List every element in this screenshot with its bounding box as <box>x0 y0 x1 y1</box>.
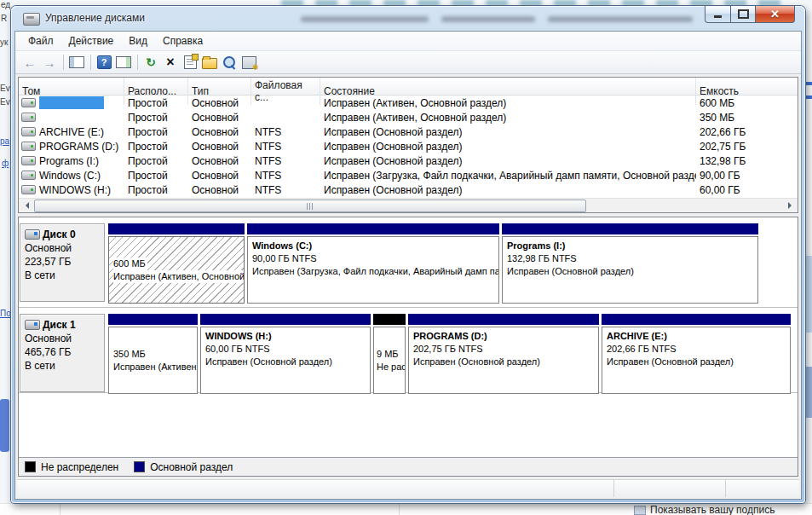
menu-item-view[interactable]: Вид <box>121 33 155 49</box>
partition-body[interactable]: ARCHIVE (E:) 202,66 ГБ NTFS Исправен (Ос… <box>602 327 791 394</box>
volume-icon <box>21 113 36 122</box>
volume-fs: NTFS <box>251 141 320 153</box>
volume-icon <box>21 127 36 136</box>
partition-status: Исправен (Активен, Основной раздел) <box>113 361 198 373</box>
volume-status: Исправен (Основной раздел) <box>320 141 696 153</box>
menu-item-action[interactable]: Действие <box>61 33 122 49</box>
partition-body[interactable]: PROGRAMS (D:) 202,75 ГБ NTFS Исправен (О… <box>408 327 599 394</box>
partition-body-selected[interactable]: 600 МБ Исправен (Активен, Основной разде… <box>108 236 245 304</box>
disks-area: Диск 0 Основной 223,57 ГБ В сети 600 МБ <box>19 217 798 457</box>
primary-partition-strip <box>602 314 791 325</box>
properties-button[interactable] <box>181 54 199 72</box>
partition-system-350mb[interactable]: 350 МБ Исправен (Активен, Основной разде… <box>108 314 198 394</box>
legend-item-unallocated: Не распределен <box>25 461 118 473</box>
toolbar-separator <box>90 55 91 70</box>
partition-system-600mb[interactable]: 600 МБ Исправен (Активен, Основной разде… <box>108 223 245 304</box>
horizontal-scrollbar[interactable] <box>19 198 798 212</box>
table-row[interactable]: ARCHIVE (E:) Простой Основной NTFS Испра… <box>19 124 798 139</box>
scrollbar-thumb[interactable] <box>34 200 586 212</box>
open-button[interactable] <box>200 54 219 72</box>
background-fragment <box>806 82 812 85</box>
partition-status: Исправен (Основной раздел) <box>607 356 786 368</box>
unallocated-strip <box>373 314 406 325</box>
primary-partition-strip <box>108 314 198 325</box>
partition-body[interactable]: 9 МБ Не распределен <box>373 327 406 394</box>
partition-name: Programs (I:) <box>507 240 753 252</box>
window-client-area: Файл Действие Вид Справка ← → ? ↻ × <box>14 31 802 500</box>
status-bar-main <box>17 480 613 497</box>
delete-button[interactable]: × <box>161 54 180 72</box>
volume-status: Исправен (Загрузка, Файл подкачки, Авари… <box>320 170 696 182</box>
volume-icon <box>21 156 36 165</box>
disk-icon <box>25 229 40 240</box>
partition-body[interactable]: WINDOWS (H:) 60,00 ГБ NTFS Исправен (Осн… <box>200 327 371 394</box>
table-row[interactable]: Простой Основной Исправен (Активен, Осно… <box>19 95 798 110</box>
volume-capacity: 60,00 ГБ <box>696 184 798 196</box>
table-row[interactable]: Windows (C:) Простой Основной NTFS Испра… <box>19 168 798 182</box>
titlebar[interactable]: Управление дисками ✕ <box>11 6 805 31</box>
console-tree-button[interactable] <box>67 54 86 72</box>
titlebar-glass-blur <box>441 16 535 22</box>
menu-item-help[interactable]: Справка <box>155 33 210 49</box>
table-row[interactable]: Простой Основной Исправен (Активен, Осно… <box>19 110 798 124</box>
volume-fs: NTFS <box>251 155 320 167</box>
close-button[interactable]: ✕ <box>756 6 795 23</box>
primary-partition-strip <box>108 223 245 234</box>
volume-type: Основной <box>188 184 251 196</box>
table-row[interactable]: PROGRAMS (D:) Простой Основной NTFS Испр… <box>19 139 798 153</box>
partition-size: 202,66 ГБ NTFS <box>607 343 786 356</box>
volume-type: Основной <box>188 97 251 109</box>
menubar: Файл Действие Вид Справка <box>15 32 801 51</box>
wizard-button[interactable] <box>239 54 258 72</box>
action-pane-button[interactable] <box>114 54 133 72</box>
forward-icon: → <box>43 55 56 70</box>
help-button[interactable]: ? <box>95 54 113 72</box>
partition-status: Исправен (Активен, Основной раздел) <box>113 270 245 283</box>
forward-button[interactable]: → <box>40 54 59 72</box>
background-blurred-text <box>281 0 792 6</box>
disk-1-partitions: 350 МБ Исправен (Активен, Основной разде… <box>108 314 798 392</box>
volume-capacity: 350 МБ <box>696 112 798 124</box>
partition-archive-e[interactable]: ARCHIVE (E:) 202,66 ГБ NTFS Исправен (Ос… <box>602 314 791 394</box>
background-divider <box>60 503 60 515</box>
table-row[interactable]: Programs (I:) Простой Основной NTFS Испр… <box>19 153 798 168</box>
disk-0-partitions: 600 МБ Исправен (Активен, Основной разде… <box>108 223 798 307</box>
disk-type: Основной <box>25 332 102 345</box>
partition-body[interactable]: Windows (C:) 90,00 ГБ NTFS Исправен (Заг… <box>247 236 499 304</box>
background-envelope-icon <box>634 506 646 515</box>
delete-icon: × <box>166 55 174 69</box>
minimize-button[interactable] <box>705 6 731 23</box>
disk-size: 465,76 ГБ <box>25 345 102 359</box>
scroll-left-button[interactable] <box>20 200 32 211</box>
primary-partition-strip <box>200 314 371 325</box>
partition-windows-h[interactable]: WINDOWS (H:) 60,00 ГБ NTFS Исправен (Осн… <box>200 314 371 394</box>
disk-1-info-panel[interactable]: Диск 1 Основной 465,76 ГБ В сети <box>20 314 105 392</box>
volume-status: Исправен (Основной раздел) <box>320 126 696 138</box>
menu-item-file[interactable]: Файл <box>20 33 61 49</box>
table-row[interactable]: WINDOWS (H:) Простой Основной NTFS Испра… <box>19 182 798 197</box>
refresh-button[interactable]: ↻ <box>141 54 160 72</box>
background-link-fragment: По <box>0 309 11 318</box>
background-fragment <box>806 367 812 418</box>
primary-partition-color-swatch <box>134 461 145 472</box>
partition-size: 90,00 ГБ NTFS <box>252 252 494 265</box>
partition-size: 9 МБ <box>377 348 399 361</box>
maximize-button[interactable] <box>731 6 756 23</box>
partition-programs-i[interactable]: Programs (I:) 132,98 ГБ NTFS Исправен (О… <box>502 223 758 304</box>
partition-size: 60,00 ГБ NTFS <box>205 343 366 356</box>
partition-name: ARCHIVE (E:) <box>607 330 786 343</box>
back-button[interactable]: ← <box>20 54 39 72</box>
partition-unallocated-9mb[interactable]: 9 МБ Не распределен <box>373 314 406 394</box>
partition-body[interactable]: 350 МБ Исправен (Активен, Основной разде… <box>108 327 198 394</box>
partition-size: 350 МБ <box>113 348 146 361</box>
scroll-right-button[interactable] <box>784 200 797 211</box>
partition-windows-c[interactable]: Windows (C:) 90,00 ГБ NTFS Исправен (Заг… <box>247 223 499 304</box>
partition-body[interactable]: Programs (I:) 132,98 ГБ NTFS Исправен (О… <box>502 236 758 304</box>
volume-name: PROGRAMS (D:) <box>39 141 118 153</box>
search-button[interactable] <box>220 54 239 72</box>
disk-0-info-panel[interactable]: Диск 0 Основной 223,57 ГБ В сети <box>20 223 105 302</box>
volume-capacity: 600 МБ <box>696 97 798 109</box>
partition-programs-d[interactable]: PROGRAMS (D:) 202,75 ГБ NTFS Исправен (О… <box>408 314 599 394</box>
open-folder-icon <box>202 58 217 69</box>
legend-item-primary: Основной раздел <box>134 461 233 473</box>
